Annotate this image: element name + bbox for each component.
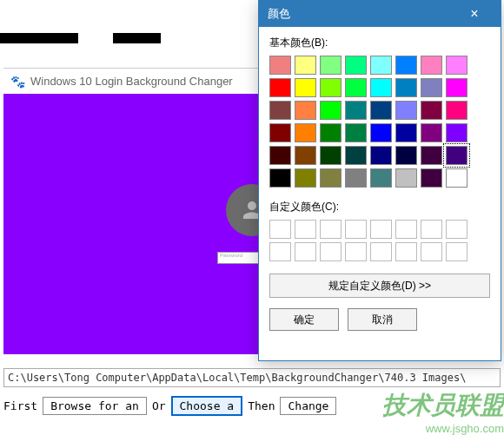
color-swatch[interactable] xyxy=(370,56,392,75)
app-icon: 🐾 xyxy=(10,75,25,89)
color-swatch[interactable] xyxy=(295,56,316,75)
custom-swatch[interactable] xyxy=(320,242,342,261)
color-swatch[interactable] xyxy=(320,168,342,188)
color-swatch[interactable] xyxy=(446,168,468,188)
color-swatch[interactable] xyxy=(370,168,392,188)
custom-swatch[interactable] xyxy=(446,242,468,261)
color-swatch[interactable] xyxy=(395,78,417,97)
color-swatch[interactable] xyxy=(345,168,367,188)
custom-swatch[interactable] xyxy=(269,220,291,239)
color-swatch[interactable] xyxy=(421,123,442,142)
color-dialog: 颜色 × 基本颜色(B): 自定义颜色(C): 规定自定义颜色(D) >> 确定… xyxy=(258,0,501,361)
ok-button[interactable]: 确定 xyxy=(269,308,339,331)
dialog-titlebar: 颜色 × xyxy=(259,1,501,27)
dialog-title: 颜色 xyxy=(268,6,290,22)
basic-color-grid xyxy=(269,56,490,188)
color-swatch[interactable] xyxy=(320,101,342,120)
color-swatch[interactable] xyxy=(295,146,316,165)
custom-colors-label: 自定义颜色(C): xyxy=(269,200,490,214)
color-swatch[interactable] xyxy=(295,78,316,97)
color-swatch[interactable] xyxy=(320,123,342,142)
color-swatch[interactable] xyxy=(345,146,367,165)
label-then: Then xyxy=(248,399,275,412)
app-title: Windows 10 Login Background Changer xyxy=(30,75,233,88)
color-swatch[interactable] xyxy=(446,146,468,165)
color-swatch[interactable] xyxy=(345,56,367,75)
custom-swatch[interactable] xyxy=(446,220,468,239)
color-swatch[interactable] xyxy=(320,78,342,97)
color-swatch[interactable] xyxy=(421,101,442,120)
color-swatch[interactable] xyxy=(320,56,342,75)
custom-swatch[interactable] xyxy=(345,220,367,239)
custom-swatch[interactable] xyxy=(320,220,342,239)
color-swatch[interactable] xyxy=(446,101,468,120)
choose-button[interactable]: Choose a xyxy=(171,396,243,416)
color-swatch[interactable] xyxy=(269,56,291,75)
color-swatch[interactable] xyxy=(269,146,291,165)
color-swatch[interactable] xyxy=(345,123,367,142)
color-swatch[interactable] xyxy=(395,56,417,75)
color-swatch[interactable] xyxy=(446,56,468,75)
color-swatch[interactable] xyxy=(446,78,468,97)
color-swatch[interactable] xyxy=(320,146,342,165)
custom-swatch[interactable] xyxy=(295,242,316,261)
color-swatch[interactable] xyxy=(269,123,291,142)
custom-swatch[interactable] xyxy=(421,220,442,239)
command-row: First Browse for an Or Choose a Then Cha… xyxy=(3,394,501,417)
custom-swatch[interactable] xyxy=(269,242,291,261)
color-swatch[interactable] xyxy=(395,101,417,120)
custom-swatch[interactable] xyxy=(295,220,316,239)
color-swatch[interactable] xyxy=(446,123,468,142)
custom-color-grid xyxy=(269,220,490,261)
color-swatch[interactable] xyxy=(395,168,417,188)
custom-swatch[interactable] xyxy=(395,220,417,239)
color-swatch[interactable] xyxy=(295,101,316,120)
custom-swatch[interactable] xyxy=(345,242,367,261)
color-swatch[interactable] xyxy=(395,123,417,142)
color-swatch[interactable] xyxy=(421,146,442,165)
custom-swatch[interactable] xyxy=(421,242,442,261)
color-swatch[interactable] xyxy=(269,101,291,120)
cancel-button[interactable]: 取消 xyxy=(348,308,417,331)
custom-swatch[interactable] xyxy=(370,242,392,261)
color-swatch[interactable] xyxy=(345,78,367,97)
color-swatch[interactable] xyxy=(421,56,442,75)
color-swatch[interactable] xyxy=(295,168,316,188)
color-swatch[interactable] xyxy=(269,78,291,97)
color-swatch[interactable] xyxy=(421,78,442,97)
color-swatch[interactable] xyxy=(370,101,392,120)
color-swatch[interactable] xyxy=(421,168,442,188)
dialog-close-icon[interactable]: × xyxy=(457,1,492,27)
browse-button[interactable]: Browse for an xyxy=(43,397,147,415)
change-button[interactable]: Change xyxy=(280,397,336,415)
color-swatch[interactable] xyxy=(370,78,392,97)
custom-swatch[interactable] xyxy=(370,220,392,239)
color-swatch[interactable] xyxy=(395,146,417,165)
label-first: First xyxy=(3,399,37,412)
custom-swatch[interactable] xyxy=(395,242,417,261)
path-input[interactable]: C:\Users\Tong Computer\AppData\Local\Tem… xyxy=(3,368,501,387)
color-swatch[interactable] xyxy=(345,101,367,120)
color-swatch[interactable] xyxy=(370,146,392,165)
define-custom-button[interactable]: 规定自定义颜色(D) >> xyxy=(269,274,490,298)
color-swatch[interactable] xyxy=(269,168,291,188)
color-swatch[interactable] xyxy=(295,123,316,142)
color-swatch[interactable] xyxy=(370,123,392,142)
basic-colors-label: 基本颜色(B): xyxy=(269,36,490,50)
label-or: Or xyxy=(152,399,166,412)
